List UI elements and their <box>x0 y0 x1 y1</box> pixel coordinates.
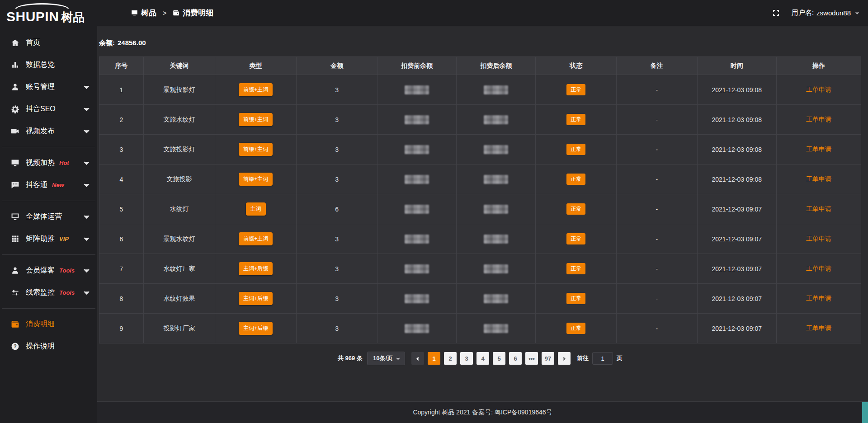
page-button-2[interactable]: 2 <box>444 352 457 365</box>
status-badge: 正常 <box>566 174 585 185</box>
sliders-icon <box>11 288 19 297</box>
total-count: 共 969 条 <box>338 354 363 362</box>
username-value: zswodun88 <box>816 9 851 17</box>
work-order-link[interactable]: 工单申请 <box>806 265 831 272</box>
sidebar-item-operation-guide[interactable]: ?操作说明 <box>0 335 97 357</box>
copyright-text: Copyright 树品 2021 备案号: 粤ICP备09019646号 <box>413 409 552 417</box>
sidebar-item-douyin-seo[interactable]: 抖音SEO <box>0 98 97 120</box>
cell-seq: 5 <box>99 194 144 224</box>
screen-icon <box>131 9 138 16</box>
sidebar-item-badge: VIP <box>59 235 69 242</box>
cell-seq: 3 <box>99 135 144 164</box>
cell-type: 前缀+主词 <box>215 135 297 164</box>
home-icon <box>11 38 19 47</box>
cell-balance-before <box>377 75 456 105</box>
work-order-link[interactable]: 工单申请 <box>806 235 831 242</box>
page-button-1[interactable]: 1 <box>428 352 440 365</box>
redacted-balance-after <box>484 324 508 333</box>
cell-balance-before <box>377 164 456 194</box>
next-page-button[interactable] <box>558 352 571 365</box>
arrow-right-icon <box>561 356 567 362</box>
redacted-balance-after <box>484 145 508 154</box>
more-pages-button[interactable]: ••• <box>525 352 538 365</box>
sidebar-item-video-heat[interactable]: 视频加热Hot <box>0 152 97 174</box>
breadcrumb-item-consumption[interactable]: 消费明细 <box>173 8 213 18</box>
scrollbar-thumb[interactable] <box>862 402 868 423</box>
sidebar-item-account-management[interactable]: 账号管理 <box>0 76 97 98</box>
status-badge: 正常 <box>566 323 585 334</box>
redacted-balance-after <box>484 264 508 273</box>
sidebar-divider <box>2 254 95 255</box>
sidebar-item-member-baoke[interactable]: 会员爆客Tools <box>0 259 97 282</box>
sidebar-item-label: 账号管理 <box>26 82 55 92</box>
chevron-down-icon <box>82 212 91 221</box>
table-row: 2文旅水纹灯前缀+主词3正常-2021-12-03 09:08工单申请 <box>99 105 861 135</box>
monitor-play-icon <box>11 159 19 167</box>
sidebar-item-data-overview[interactable]: 数据总览 <box>0 54 97 76</box>
sidebar-item-label: 全媒体运营 <box>26 212 62 221</box>
fullscreen-icon[interactable] <box>772 9 780 17</box>
status-badge: 正常 <box>566 233 585 244</box>
sidebar-divider <box>2 201 95 201</box>
column-header: 备注 <box>617 57 698 75</box>
cell-action: 工单申请 <box>776 314 861 343</box>
sidebar-item-consumption-detail[interactable]: 消费明细 <box>0 313 97 335</box>
sidebar-item-home[interactable]: 首页 <box>0 32 97 54</box>
cell-seq: 7 <box>99 254 144 284</box>
page-button-6[interactable]: 6 <box>509 352 522 365</box>
chevron-down-icon <box>82 127 91 136</box>
cell-seq: 1 <box>99 75 144 105</box>
cell-note: - <box>617 75 698 105</box>
sidebar-item-all-media-operation[interactable]: 全媒体运营 <box>0 206 97 228</box>
grid-icon <box>11 235 19 243</box>
type-badge: 主词+后缀 <box>239 262 273 275</box>
balance-value: 24856.00 <box>118 39 146 47</box>
work-order-link[interactable]: 工单申请 <box>806 324 831 332</box>
sidebar-divider <box>2 147 95 147</box>
work-order-link[interactable]: 工单申请 <box>806 295 831 302</box>
cell-keyword: 文旅水纹灯 <box>143 105 215 135</box>
work-order-link[interactable]: 工单申请 <box>806 116 831 123</box>
sidebar-item-label: 抖客通 <box>26 180 47 190</box>
topbar-right: 用户名: zswodun88 <box>772 9 860 17</box>
page-button-97[interactable]: 97 <box>542 352 554 365</box>
cell-time: 2021-12-03 09:07 <box>697 284 776 314</box>
cell-note: - <box>617 314 698 343</box>
work-order-link[interactable]: 工单申请 <box>806 175 831 183</box>
cell-keyword: 景观投影灯 <box>143 75 215 105</box>
chevron-down-icon <box>82 288 91 297</box>
footer: Copyright 树品 2021 备案号: 粤ICP备09019646号 <box>97 401 868 423</box>
work-order-link[interactable]: 工单申请 <box>806 86 831 93</box>
balance: 余额:24856.00 <box>99 39 861 47</box>
cell-amount: 3 <box>297 284 377 314</box>
sidebar-item-label: 会员爆客 <box>26 266 55 275</box>
page-button-5[interactable]: 5 <box>493 352 505 365</box>
logo-text-cn: 树品 <box>61 10 85 24</box>
goto-page-input[interactable] <box>592 352 613 365</box>
breadcrumb-item-shupin[interactable]: 树品 <box>131 8 156 18</box>
cell-note: - <box>617 254 698 284</box>
prev-page-button[interactable] <box>411 352 424 365</box>
cell-balance-before <box>377 314 456 343</box>
type-badge: 前缀+主词 <box>239 173 273 186</box>
cell-action: 工单申请 <box>776 224 861 254</box>
cell-action: 工单申请 <box>776 105 861 135</box>
user-icon <box>11 83 19 91</box>
page-button-4[interactable]: 4 <box>476 352 489 365</box>
cell-time: 2021-12-03 09:08 <box>697 105 776 135</box>
gear-icon <box>11 105 19 113</box>
sidebar-item-video-publish[interactable]: 视频发布 <box>0 120 97 142</box>
user-menu[interactable]: 用户名: zswodun88 <box>792 9 860 17</box>
page-button-3[interactable]: 3 <box>460 352 473 365</box>
sidebar-item-matrix-boost[interactable]: 矩阵助推VIP <box>0 228 97 250</box>
sidebar-item-label: 矩阵助推 <box>26 234 55 244</box>
sidebar-item-douketong[interactable]: 抖客通New <box>0 174 97 196</box>
cell-keyword: 水纹灯 <box>143 194 215 224</box>
page-size-select[interactable]: 10条/页 <box>367 352 405 365</box>
work-order-link[interactable]: 工单申请 <box>806 146 831 153</box>
work-order-link[interactable]: 工单申请 <box>806 205 831 212</box>
sidebar-item-clue-monitor[interactable]: 线索监控Tools <box>0 282 97 304</box>
breadcrumb-label: 消费明细 <box>183 8 213 18</box>
cell-type: 前缀+主词 <box>215 164 297 194</box>
cell-status: 正常 <box>536 254 617 284</box>
